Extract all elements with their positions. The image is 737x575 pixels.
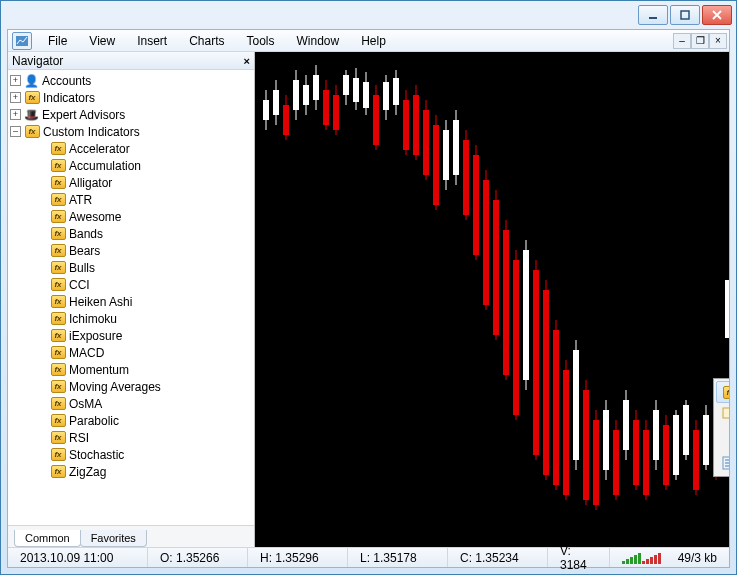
client-area: File View Insert Charts Tools Window Hel… [7, 29, 730, 568]
tree-root-experts[interactable]: +🎩Expert Advisors [10, 106, 254, 123]
tree-label: Ichimoku [69, 312, 117, 326]
navigator-header: Navigator × [8, 52, 254, 70]
tree-item[interactable]: fxRSI [10, 429, 254, 446]
blank-icon [720, 427, 729, 445]
tree-root-indicators[interactable]: +fxIndicators [10, 89, 254, 106]
minimize-icon [648, 10, 658, 20]
context-menu: fx Heiken Ashi properties... Delete Indi… [713, 378, 729, 477]
status-datetime: 2013.10.09 11:00 [8, 548, 148, 567]
tree-label: Accumulation [69, 159, 141, 173]
navigator-panel: Navigator × +👤Accounts +fxIndicators +🎩E… [8, 52, 255, 547]
tree-item[interactable]: fxiExposure [10, 327, 254, 344]
delete-indicator-icon [720, 405, 729, 423]
maximize-button[interactable] [670, 5, 700, 25]
tree-root-custom[interactable]: –fxCustom Indicators [10, 123, 254, 140]
tree-label: MACD [69, 346, 104, 360]
indicator-icon: fx [721, 383, 729, 401]
close-icon [712, 10, 722, 20]
tree-item[interactable]: fxAccumulation [10, 157, 254, 174]
indicator-icon: fx [50, 159, 66, 173]
tree-label: Bears [69, 244, 100, 258]
tree-item[interactable]: fxBands [10, 225, 254, 242]
accounts-icon: 👤 [24, 74, 39, 87]
menu-file[interactable]: File [38, 32, 77, 50]
tree-item[interactable]: fxMoving Averages [10, 378, 254, 395]
indicator-icon: fx [50, 465, 66, 479]
indicator-icon: fx [50, 193, 66, 207]
tree-item[interactable]: fxAccelerator [10, 140, 254, 157]
tree-label: Expert Advisors [42, 108, 125, 122]
annotation-label: Edit Indicator [725, 280, 729, 338]
navigator-close-button[interactable]: × [244, 55, 250, 67]
tree-item[interactable]: fxAwesome [10, 208, 254, 225]
tree-root-accounts[interactable]: +👤Accounts [10, 72, 254, 89]
indicator-icon: fx [50, 295, 66, 309]
indicator-icon: fx [50, 176, 66, 190]
status-high: H: 1.35296 [248, 548, 348, 567]
indicator-icon: fx [50, 261, 66, 275]
menu-window[interactable]: Window [287, 32, 350, 50]
tab-common[interactable]: Common [14, 530, 81, 547]
annotation-arrow [724, 333, 729, 380]
indicator-icon: fx [50, 414, 66, 428]
navigator-tabs: Common Favorites [8, 525, 254, 547]
mdi-minimize-button[interactable]: – [673, 33, 691, 49]
tree-item[interactable]: fxStochastic [10, 446, 254, 463]
indicator-icon: fx [50, 363, 66, 377]
app-window: File View Insert Charts Tools Window Hel… [0, 0, 737, 575]
menubar: File View Insert Charts Tools Window Hel… [8, 30, 729, 52]
indicator-icon: fx [24, 91, 40, 105]
close-button[interactable] [702, 5, 732, 25]
tree-item[interactable]: fxZigZag [10, 463, 254, 480]
context-delete-window: Delete Indicator Window [716, 425, 729, 447]
chart-area[interactable]: Edit Indicator fx Heiken Ashi properties… [255, 52, 729, 547]
minimize-button[interactable] [638, 5, 668, 25]
tree-label: Accounts [42, 74, 91, 88]
indicator-icon: fx [50, 227, 66, 241]
tree-label: Moving Averages [69, 380, 161, 394]
context-properties[interactable]: fx Heiken Ashi properties... [716, 381, 729, 403]
mdi-restore-button[interactable]: ❐ [691, 33, 709, 49]
tree-label: Bands [69, 227, 103, 241]
tree-item[interactable]: fxBulls [10, 259, 254, 276]
tree-label: Heiken Ashi [69, 295, 132, 309]
menu-tools[interactable]: Tools [237, 32, 285, 50]
expert-icon: 🎩 [24, 108, 39, 121]
svg-rect-1 [681, 11, 689, 19]
tree-item[interactable]: fxCCI [10, 276, 254, 293]
tree-label: OsMA [69, 397, 102, 411]
tree-item[interactable]: fxOsMA [10, 395, 254, 412]
context-delete-indicator[interactable]: Delete Indicator [716, 403, 729, 425]
indicator-icon: fx [50, 380, 66, 394]
tree-label: Parabolic [69, 414, 119, 428]
indicator-icon: fx [50, 244, 66, 258]
titlebar [1, 1, 736, 29]
tree-item[interactable]: fxBears [10, 242, 254, 259]
context-indicators-list[interactable]: Indicators List Ctrl+I [716, 452, 729, 474]
menu-view[interactable]: View [79, 32, 125, 50]
tree-item[interactable]: fxMACD [10, 344, 254, 361]
tab-favorites[interactable]: Favorites [80, 530, 147, 547]
connection-icon [622, 552, 672, 564]
mdi-close-button[interactable]: × [709, 33, 727, 49]
tree-item[interactable]: fxATR [10, 191, 254, 208]
tree-label: CCI [69, 278, 90, 292]
navigator-title: Navigator [12, 54, 63, 68]
tree-item[interactable]: fxParabolic [10, 412, 254, 429]
menu-help[interactable]: Help [351, 32, 396, 50]
tree-item[interactable]: fxMomentum [10, 361, 254, 378]
status-volume: V: 3184 [548, 548, 610, 567]
tree-item[interactable]: fxHeiken Ashi [10, 293, 254, 310]
tree-item[interactable]: fxAlligator [10, 174, 254, 191]
tree-item[interactable]: fxIchimoku [10, 310, 254, 327]
menu-insert[interactable]: Insert [127, 32, 177, 50]
expand-icon[interactable]: + [10, 92, 21, 103]
chart-icon [16, 36, 28, 46]
tree-label: Stochastic [69, 448, 124, 462]
expand-icon[interactable]: + [10, 109, 21, 120]
app-icon[interactable] [12, 32, 32, 50]
menu-charts[interactable]: Charts [179, 32, 234, 50]
expand-icon[interactable]: + [10, 75, 21, 86]
collapse-icon[interactable]: – [10, 126, 21, 137]
indicator-icon: fx [50, 278, 66, 292]
